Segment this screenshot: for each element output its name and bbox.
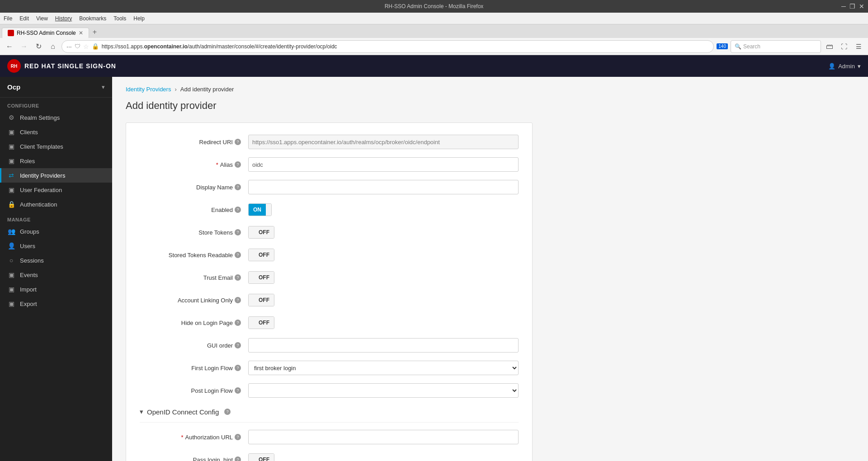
browser-search-bar[interactable]: 🔍 Search <box>731 40 821 53</box>
sidebar-item-user-federation[interactable]: ▣ User Federation <box>0 183 112 197</box>
store-tokens-toggle[interactable]: OFF <box>248 226 274 239</box>
alias-input[interactable] <box>248 157 519 172</box>
manage-section-label: Manage <box>0 212 112 224</box>
hide-on-login-page-help-icon[interactable]: ? <box>235 320 241 326</box>
menu-view[interactable]: View <box>36 15 48 22</box>
user-menu[interactable]: 👤 Admin ▾ <box>828 63 861 70</box>
realm-settings-icon: ⚙ <box>7 114 15 121</box>
sidebar-item-events[interactable]: ▣ Events <box>0 268 112 282</box>
hide-on-login-page-off-label: OFF <box>254 317 274 329</box>
enabled-toggle[interactable]: ON <box>248 203 272 216</box>
authorization-url-group: * Authorization URL ? <box>140 429 519 445</box>
sidebar-item-clients[interactable]: ▣ Clients <box>0 125 112 139</box>
enabled-help-icon[interactable]: ? <box>235 207 241 213</box>
clients-icon: ▣ <box>7 128 15 136</box>
oidc-section-header: ▾ OpenID Connect Config ? <box>140 408 519 416</box>
account-linking-only-toggle[interactable]: OFF <box>248 294 274 306</box>
store-tokens-off-label: OFF <box>254 226 274 238</box>
account-linking-only-off-label: OFF <box>254 294 274 306</box>
reload-button[interactable]: ↻ <box>33 41 44 52</box>
gui-order-input[interactable] <box>248 338 519 353</box>
back-button[interactable]: ← <box>4 41 15 52</box>
trust-email-toggle[interactable]: OFF <box>248 271 274 284</box>
display-name-label: Display Name ? <box>140 184 248 191</box>
account-linking-only-help-icon[interactable]: ? <box>235 297 241 303</box>
menu-bookmarks[interactable]: Bookmarks <box>79 15 106 22</box>
oidc-section-label: OpenID Connect Config <box>147 408 219 416</box>
breadcrumb-separator: › <box>175 86 176 93</box>
display-name-help-icon[interactable]: ? <box>235 184 241 190</box>
active-tab[interactable]: RH-SSO Admin Console ✕ <box>2 28 89 38</box>
sidebar-item-export[interactable]: ▣ Export <box>0 296 112 311</box>
breadcrumb-current: Add identity provider <box>180 86 234 93</box>
sidebar-item-authentication[interactable]: 🔒 Authentication <box>0 197 112 212</box>
stored-tokens-readable-help-icon[interactable]: ? <box>235 252 241 258</box>
gui-order-help-icon[interactable]: ? <box>235 342 241 348</box>
user-chevron-icon: ▾ <box>858 63 861 70</box>
pass-login-hint-help-icon[interactable]: ? <box>235 456 241 461</box>
sidebar-item-label: User Federation <box>20 187 62 193</box>
menu-file[interactable]: File <box>4 15 12 22</box>
display-name-input[interactable] <box>248 180 519 194</box>
oidc-section-chevron-icon[interactable]: ▾ <box>140 408 143 416</box>
redirect-uri-help-icon[interactable]: ? <box>235 139 241 145</box>
oidc-section-help-icon[interactable]: ? <box>224 409 231 415</box>
trust-email-help-icon[interactable]: ? <box>235 274 241 281</box>
user-icon: 👤 <box>828 63 835 70</box>
hide-on-login-page-toggle[interactable]: OFF <box>248 316 274 329</box>
trust-email-label: Trust Email ? <box>140 274 248 281</box>
close-icon[interactable]: ✕ <box>859 3 864 10</box>
hamburger-menu-icon[interactable]: ☰ <box>853 41 864 52</box>
redirect-uri-input <box>248 135 519 149</box>
sidebar-item-label: Groups <box>20 228 39 235</box>
account-linking-only-group: Account Linking Only ? OFF <box>140 292 519 308</box>
sidebar-item-import[interactable]: ▣ Import <box>0 282 112 296</box>
menu-help[interactable]: Help <box>133 15 145 22</box>
tab-close-button[interactable]: ✕ <box>79 30 83 36</box>
minimize-icon[interactable]: ─ <box>841 3 846 10</box>
realm-selector[interactable]: Ocp ▾ <box>0 77 112 98</box>
alias-help-icon[interactable]: ? <box>235 161 241 168</box>
menu-edit[interactable]: Edit <box>19 15 29 22</box>
stored-tokens-readable-toggle[interactable]: OFF <box>248 249 274 261</box>
browser-title: RH-SSO Admin Console - Mozilla Firefox <box>385 3 484 9</box>
sidebar-item-realm-settings[interactable]: ⚙ Realm Settings <box>0 110 112 125</box>
pass-login-hint-toggle-left <box>249 454 254 461</box>
pass-login-hint-toggle[interactable]: OFF <box>248 453 274 461</box>
authorization-url-input[interactable] <box>248 430 519 444</box>
address-bar[interactable]: ··· 🛡 ☆ 🔒 https://sso1.apps.opencontaine… <box>61 40 714 53</box>
post-login-flow-select[interactable] <box>248 383 519 398</box>
shield-icon: 🛡 <box>75 43 80 50</box>
forward-button[interactable]: → <box>18 41 30 52</box>
sidebar-item-client-templates[interactable]: ▣ Client Templates <box>0 139 112 154</box>
enabled-group: Enabled ? ON <box>140 202 519 218</box>
stored-tokens-readable-label: Stored Tokens Readable ? <box>140 252 248 259</box>
store-tokens-help-icon[interactable]: ? <box>235 229 241 235</box>
sidebar-item-identity-providers[interactable]: ⇄ Identity Providers <box>0 168 112 183</box>
new-tab-button[interactable]: + <box>89 26 100 38</box>
first-login-flow-select[interactable]: first broker login <box>248 361 519 375</box>
browser-menubar: File Edit View History Bookmarks Tools H… <box>0 13 868 24</box>
sidebar-item-groups[interactable]: 👥 Groups <box>0 224 112 239</box>
menu-history[interactable]: History <box>55 15 72 22</box>
first-login-flow-label: First Login Flow ? <box>140 365 248 372</box>
post-login-flow-help-icon[interactable]: ? <box>235 387 241 394</box>
gui-order-label: GUI order ? <box>140 342 248 349</box>
browser-titlebar: RH-SSO Admin Console - Mozilla Firefox ─… <box>0 0 868 13</box>
toolbar-icons: 140 <box>717 43 728 49</box>
fullscreen-icon[interactable]: ⛶ <box>838 41 850 52</box>
sidebar-item-users[interactable]: 👤 Users <box>0 239 112 253</box>
sidebar-item-roles[interactable]: ▣ Roles <box>0 154 112 168</box>
ellipsis-icon: ··· <box>66 43 72 50</box>
sidebar-item-label: Roles <box>20 158 35 165</box>
container-icon[interactable]: 🗃 <box>824 41 835 52</box>
first-login-flow-help-icon[interactable]: ? <box>235 365 241 371</box>
breadcrumb-parent-link[interactable]: Identity Providers <box>126 86 171 93</box>
home-button[interactable]: ⌂ <box>47 41 59 52</box>
menu-tools[interactable]: Tools <box>113 15 126 22</box>
authentication-icon: 🔒 <box>7 201 15 208</box>
realm-name: Ocp <box>7 83 20 91</box>
authorization-url-help-icon[interactable]: ? <box>235 434 241 440</box>
sidebar-item-sessions[interactable]: ○ Sessions <box>0 253 112 268</box>
restore-icon[interactable]: ❐ <box>849 3 855 10</box>
